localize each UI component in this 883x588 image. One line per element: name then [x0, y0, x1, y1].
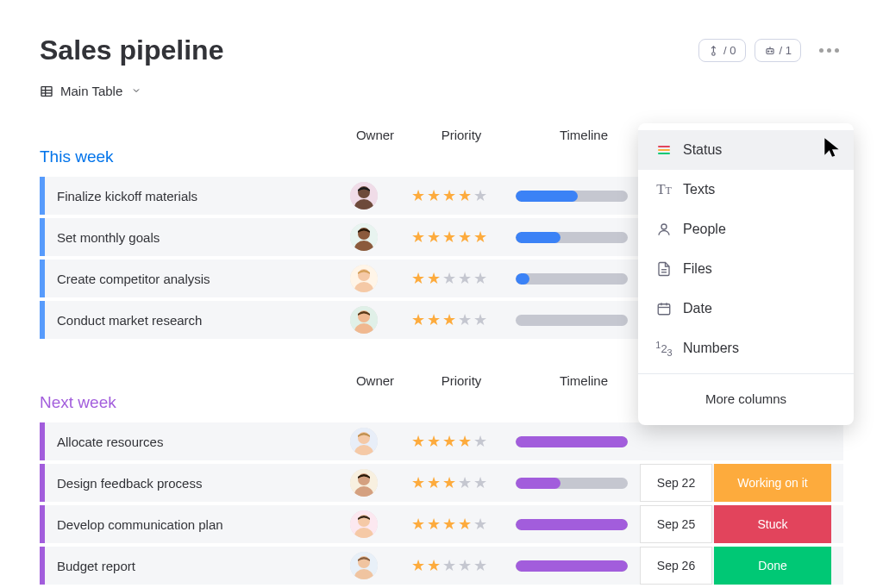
priority-cell[interactable]: ★★★★★ — [395, 301, 504, 339]
svg-point-0 — [712, 52, 716, 55]
priority-cell[interactable]: ★★★★★ — [395, 260, 504, 297]
owner-cell[interactable] — [335, 301, 393, 339]
integrations-badge[interactable]: / 0 — [698, 39, 745, 62]
timeline-cell[interactable] — [505, 547, 638, 585]
menu-item-numbers[interactable]: 123 Numbers — [638, 328, 854, 368]
numbers-icon: 123 — [655, 340, 672, 358]
date-cell[interactable]: Sep 22 — [640, 464, 712, 502]
menu-item-label: Files — [683, 261, 712, 277]
menu-item-people[interactable]: People — [638, 210, 854, 249]
owner-cell[interactable] — [335, 177, 393, 215]
owner-cell[interactable] — [335, 547, 393, 585]
owner-cell[interactable] — [335, 260, 393, 297]
menu-item-status[interactable]: Status — [638, 130, 854, 170]
star-icon: ★ — [458, 269, 472, 288]
task-name[interactable]: Create competitor analysis — [45, 272, 333, 286]
avatar[interactable] — [350, 469, 378, 497]
more-columns-button[interactable]: More columns — [638, 379, 854, 418]
star-icon: ★ — [442, 432, 456, 451]
timeline-cell[interactable] — [505, 464, 638, 502]
star-icon: ★ — [411, 473, 425, 492]
column-header-priority[interactable]: Priority — [406, 373, 517, 388]
task-name[interactable]: Budget report — [45, 559, 333, 573]
star-icon: ★ — [427, 556, 441, 575]
star-icon: ★ — [473, 556, 487, 575]
avatar[interactable] — [350, 552, 378, 579]
column-header-priority[interactable]: Priority — [406, 128, 517, 142]
more-options-button[interactable] — [815, 44, 843, 57]
timeline-cell[interactable] — [505, 260, 638, 297]
star-icon: ★ — [411, 228, 425, 247]
priority-cell[interactable]: ★★★★★ — [395, 547, 504, 585]
progress-bar — [516, 560, 628, 572]
view-selector[interactable]: Main Table — [40, 82, 843, 100]
timeline-cell[interactable] — [505, 177, 638, 215]
date-cell[interactable]: Sep 26 — [640, 547, 712, 585]
star-icon: ★ — [411, 515, 425, 534]
star-icon: ★ — [473, 269, 487, 288]
avatar[interactable] — [350, 306, 378, 334]
automations-badge[interactable]: / 1 — [755, 39, 801, 62]
owner-cell[interactable] — [335, 464, 393, 502]
menu-item-label: People — [683, 222, 726, 237]
star-icon: ★ — [427, 228, 441, 247]
star-icon: ★ — [473, 310, 487, 329]
progress-bar — [516, 478, 628, 489]
status-cell[interactable]: Working on it — [714, 464, 831, 502]
avatar[interactable] — [350, 182, 378, 210]
progress-bar — [516, 519, 628, 530]
priority-cell[interactable]: ★★★★★ — [395, 177, 504, 215]
priority-cell[interactable]: ★★★★★ — [395, 422, 504, 460]
table-row[interactable]: Allocate resources ★★★★★ — [40, 422, 843, 460]
timeline-cell[interactable] — [505, 301, 638, 339]
status-cell[interactable]: Done — [714, 547, 831, 585]
progress-bar — [516, 191, 628, 202]
menu-item-texts[interactable]: TT Texts — [638, 170, 854, 210]
priority-cell[interactable]: ★★★★★ — [395, 505, 504, 543]
avatar[interactable] — [350, 510, 378, 538]
avatar[interactable] — [350, 265, 378, 292]
column-header-timeline[interactable]: Timeline — [517, 128, 651, 142]
avatar[interactable] — [350, 428, 378, 455]
task-name[interactable]: Finalize kickoff materials — [45, 189, 333, 203]
owner-cell[interactable] — [335, 422, 393, 460]
progress-bar — [516, 232, 628, 243]
task-name[interactable]: Design feedback process — [45, 476, 333, 491]
star-icon: ★ — [442, 186, 456, 205]
owner-cell[interactable] — [335, 505, 393, 543]
priority-cell[interactable]: ★★★★★ — [395, 218, 504, 256]
star-icon: ★ — [411, 269, 425, 288]
timeline-cell[interactable] — [505, 422, 638, 460]
star-icon: ★ — [458, 228, 472, 247]
files-icon — [656, 261, 672, 277]
star-icon: ★ — [458, 556, 472, 575]
priority-cell[interactable]: ★★★★★ — [395, 464, 504, 502]
date-icon — [656, 301, 672, 316]
timeline-cell[interactable] — [505, 505, 638, 543]
status-cell[interactable] — [714, 422, 831, 460]
svg-point-3 — [771, 51, 772, 52]
owner-cell[interactable] — [335, 218, 393, 256]
timeline-cell[interactable] — [505, 218, 638, 256]
column-header-owner[interactable]: Owner — [344, 128, 406, 142]
menu-item-files[interactable]: Files — [638, 249, 854, 289]
date-cell[interactable] — [640, 422, 712, 460]
menu-item-date[interactable]: Date — [638, 289, 854, 328]
table-row[interactable]: Budget report ★★★★★ Sep 26 Done — [40, 547, 843, 585]
column-type-menu[interactable]: Status TT Texts People Files Date 123 Nu… — [638, 123, 854, 425]
svg-rect-35 — [658, 304, 670, 315]
star-icon: ★ — [473, 432, 487, 451]
table-row[interactable]: Develop communication plan ★★★★★ Sep 25 … — [40, 505, 843, 543]
column-header-timeline[interactable]: Timeline — [517, 373, 651, 388]
date-cell[interactable]: Sep 25 — [640, 505, 712, 543]
column-header-owner[interactable]: Owner — [344, 373, 406, 388]
chevron-down-icon — [131, 84, 141, 98]
table-row[interactable]: Design feedback process ★★★★★ Sep 22 Wor… — [40, 464, 843, 502]
avatar[interactable] — [350, 223, 378, 251]
star-icon: ★ — [442, 269, 456, 288]
task-name[interactable]: Conduct market research — [45, 313, 333, 328]
task-name[interactable]: Allocate resources — [45, 435, 333, 449]
status-cell[interactable]: Stuck — [714, 505, 831, 543]
task-name[interactable]: Set monthly goals — [45, 230, 333, 245]
task-name[interactable]: Develop communication plan — [45, 517, 333, 532]
